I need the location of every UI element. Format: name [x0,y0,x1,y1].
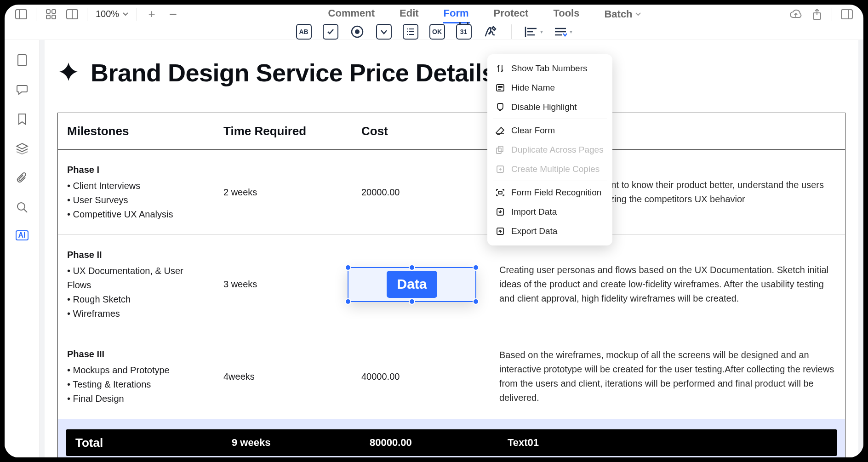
tab-form[interactable]: Form [443,5,470,23]
tab-protect[interactable]: Protect [493,5,530,23]
svg-line-28 [24,209,27,212]
highlight-icon [496,103,505,112]
date-field-tool[interactable]: 31 [456,24,472,40]
cell-desc: Based on the wireframes, mockup of all t… [490,339,845,414]
menu-form-field-recognition[interactable]: Form Field Recognition [487,183,612,202]
two-page-view-icon[interactable] [66,8,79,21]
table-footer: Total 9 weeks 80000.00 Text01 [66,429,837,456]
form-options-menu: Show Tab Numbers Hide Name Disable Highl… [487,54,612,245]
export-icon [496,227,505,236]
cell-milestones: Phase III Mockups and Prototype Testing … [58,339,214,414]
svg-point-27 [17,203,25,210]
panel-right-icon[interactable] [840,8,853,21]
svg-rect-9 [841,10,852,19]
table-header: Milestones Time Required Cost Descriptio… [58,113,845,150]
cell-desc: Creating user personas and flows based o… [490,240,845,329]
radio-field-tool[interactable] [349,24,365,40]
table-footer-wrap: Total 9 weeks 80000.00 Text01 [58,419,845,457]
col-cost: Cost [352,113,490,149]
tab-tools[interactable]: Tools [552,5,580,23]
text-field-tool[interactable]: AB [296,24,312,40]
svg-rect-4 [46,15,50,19]
total-cost: 80000.00 [360,435,498,451]
hide-name-icon [496,83,505,92]
checkbox-field-tool[interactable] [323,24,338,40]
form-field-selection[interactable]: Data [348,267,476,302]
layers-panel-icon[interactable] [16,142,29,155]
col-milestones: Milestones [58,113,214,149]
menu-hide-name[interactable]: Hide Name [487,78,612,97]
menu-clear-form[interactable]: Clear Form [487,121,612,140]
divider [832,8,832,21]
tab-comment[interactable]: Comment [327,5,376,23]
svg-rect-36 [498,146,503,152]
svg-rect-35 [497,148,501,154]
menu-import-data[interactable]: Import Data [487,202,612,222]
divider [36,8,36,21]
grid-view-icon[interactable] [45,8,57,21]
zoom-value: 100% [96,9,119,19]
table-row: Phase III Mockups and Prototype Testing … [58,334,845,419]
cell-milestones: Phase II UX Documentation, & User Flows … [58,240,214,329]
svg-rect-26 [18,55,26,66]
canvas[interactable]: Brand Design Service Price Details Miles… [40,40,863,457]
button-field-tool[interactable]: OK [429,24,445,40]
panel-left-icon[interactable] [15,8,28,21]
menu-create-multiple-copies: Create Multiple Copies [487,160,612,179]
form-toolbar: AB OK 31 ▾ ▾ [5,24,863,40]
menu-export-data[interactable]: Export Data [487,222,612,241]
cell-cost: 20000.00 [352,154,490,230]
align-tool[interactable]: ▾ [525,26,543,38]
svg-rect-40 [498,191,502,194]
total-label: Total [66,433,223,452]
duplicate-icon [496,145,505,154]
attachments-panel-icon[interactable] [16,171,29,184]
svg-rect-2 [46,10,50,13]
import-icon [496,207,505,217]
zoom-control[interactable]: 100% [96,9,128,19]
table-row: Phase I Client Interviews User Surveys C… [58,150,845,235]
tab-batch[interactable]: Batch [603,5,641,23]
divider [137,8,137,21]
svg-rect-3 [52,10,56,13]
form-options-tool[interactable]: ▾ [554,27,572,37]
dropdown-field-tool[interactable] [376,24,392,40]
menu-show-tab-numbers[interactable]: Show Tab Numbers [487,59,612,78]
separator [511,24,512,39]
recognition-icon [496,188,505,197]
tab-edit[interactable]: Edit [399,5,420,23]
cell-time: 4weeks [214,339,352,414]
cell-time: 3 weeks [214,240,352,329]
svg-point-12 [355,29,360,34]
zoom-out-button[interactable]: − [166,8,179,21]
total-time: 9 weeks [223,435,360,451]
total-desc: Text01 [498,435,837,451]
bookmarks-panel-icon[interactable] [16,113,29,125]
menu-separator [493,119,607,119]
svg-rect-5 [52,15,56,19]
menu-disable-highlight[interactable]: Disable Highlight [487,97,612,117]
cell-time: 2 weeks [214,154,352,230]
page-title: Brand Design Service Price Details [57,58,845,87]
copies-icon [496,165,505,174]
top-toolbar: 100% + − Comment Edit Form Protect Tools… [5,5,863,24]
document-page: Brand Design Service Price Details Miles… [45,40,858,457]
cell-cost[interactable]: Data [352,240,490,329]
search-panel-icon[interactable] [16,201,29,214]
price-table: Milestones Time Required Cost Descriptio… [57,113,845,457]
workspace: AI Brand Design Service Price Details Mi… [5,40,863,457]
cell-cost: 40000.00 [352,339,490,414]
page-thumbnails-icon[interactable] [16,54,29,67]
listbox-field-tool[interactable] [403,24,418,40]
share-icon[interactable] [811,8,823,21]
zoom-in-button[interactable]: + [145,8,158,21]
signature-field-tool[interactable] [483,24,498,40]
selection-label: Data [387,271,437,298]
cell-milestones: Phase I Client Interviews User Surveys C… [58,154,214,230]
page-title-text: Brand Design Service Price Details [91,58,495,87]
svg-rect-0 [16,10,27,19]
sparkle-icon [57,62,80,84]
ai-panel-icon[interactable]: AI [16,230,29,240]
comments-panel-icon[interactable] [16,83,29,96]
cloud-upload-icon[interactable] [789,8,802,21]
